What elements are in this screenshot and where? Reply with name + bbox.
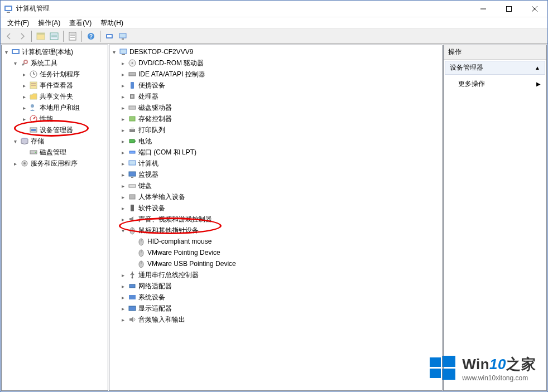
tree-disk-mgmt[interactable]: 磁盘管理 [2, 147, 108, 158]
chevron-right-icon[interactable]: ▸ [118, 304, 127, 313]
menu-help[interactable]: 帮助(H) [96, 17, 128, 29]
collapse-icon[interactable]: ▲ [535, 65, 540, 71]
chevron-right-icon[interactable]: ▸ [118, 114, 127, 123]
chevron-right-icon[interactable]: ▸ [20, 81, 28, 90]
window-title: 计算机管理 [16, 4, 470, 13]
chevron-down-icon[interactable]: ▾ [11, 137, 20, 146]
view-small-button[interactable] [48, 30, 60, 42]
chevron-right-icon[interactable]: ▸ [118, 204, 127, 212]
device-sound[interactable]: ▸声音、视频和游戏控制器 [109, 214, 442, 225]
chevron-down-icon[interactable]: ▾ [11, 59, 20, 67]
device-keyboard[interactable]: ▸键盘 [109, 180, 442, 191]
device-mouse-vmware1[interactable]: VMware Pointing Device [109, 247, 442, 258]
device-mouse-hid[interactable]: HID-compliant mouse [109, 236, 442, 247]
node-label: 系统工具 [31, 59, 57, 67]
device-portable[interactable]: ▸便携设备 [109, 80, 442, 91]
chevron-right-icon[interactable]: ▸ [118, 170, 127, 179]
actions-more[interactable]: 更多操作 ▶ [445, 77, 545, 91]
properties-button[interactable] [66, 30, 79, 42]
close-button[interactable] [522, 1, 547, 17]
device-storage-ctrl[interactable]: ▸存储控制器 [109, 113, 442, 124]
chevron-right-icon[interactable]: ▸ [118, 192, 127, 201]
tree-services-apps[interactable]: ▸ 服务和应用程序 [2, 158, 108, 169]
chevron-right-icon[interactable]: ▸ [118, 282, 127, 291]
chevron-right-icon[interactable]: ▸ [118, 137, 127, 146]
chevron-right-icon[interactable]: ▸ [118, 270, 127, 279]
device-processor[interactable]: ▸处理器 [109, 91, 442, 102]
node-label: 共享文件夹 [40, 92, 73, 101]
device-mouse[interactable]: ▾鼠标和其他指针设备 [109, 225, 442, 236]
node-label: DVD/CD-ROM 驱动器 [138, 59, 204, 67]
chevron-right-icon[interactable]: ▸ [118, 92, 127, 101]
tree-local-users[interactable]: ▸ 本地用户和组 [2, 102, 108, 113]
svg-rect-52 [129, 139, 134, 143]
maximize-button[interactable] [496, 1, 522, 17]
chevron-right-icon[interactable]: ▸ [20, 103, 28, 112]
chevron-right-icon[interactable]: ▸ [118, 81, 127, 90]
device-print-queue[interactable]: ▸打印队列 [109, 124, 442, 135]
device-computer[interactable]: ▸计算机 [109, 158, 442, 169]
scan-hardware-button[interactable] [103, 30, 116, 42]
menu-action[interactable]: 操作(A) [33, 17, 65, 29]
chevron-right-icon[interactable]: ▸ [118, 315, 127, 324]
tree-root-computer-mgmt[interactable]: ▾ 计算机管理(本地) [2, 46, 108, 57]
device-ports[interactable]: ▸端口 (COM 和 LPT) [109, 147, 442, 158]
chevron-right-icon[interactable]: ▸ [118, 148, 127, 157]
device-ide[interactable]: ▸IDE ATA/ATAPI 控制器 [109, 69, 442, 80]
device-system[interactable]: ▸系统设备 [109, 292, 442, 303]
chevron-right-icon[interactable]: ▸ [118, 125, 127, 134]
device-audio-io[interactable]: ▸音频输入和输出 [109, 314, 442, 325]
svg-rect-40 [120, 49, 127, 54]
tree-storage[interactable]: ▾ 存储 [2, 135, 108, 147]
device-battery[interactable]: ▸电池 [109, 135, 442, 147]
tree-device-manager[interactable]: 设备管理器 [2, 124, 108, 135]
tree-system-tools[interactable]: ▾ 系统工具 [2, 57, 108, 69]
storage-ctrl-icon [128, 114, 137, 123]
device-disk-drives[interactable]: ▸磁盘驱动器 [109, 102, 442, 113]
chevron-right-icon[interactable]: ▸ [118, 103, 127, 112]
device-tree-panel[interactable]: ▾ DESKTOP-CF2VVV9 ▸DVD/CD-ROM 驱动器 ▸IDE A… [109, 45, 443, 391]
chevron-right-icon[interactable]: ▸ [118, 59, 127, 67]
chevron-right-icon[interactable]: ▸ [20, 70, 28, 79]
menu-file[interactable]: 文件(F) [3, 17, 33, 29]
help-button[interactable]: ? [85, 30, 97, 42]
monitor-icon [128, 170, 137, 179]
device-network[interactable]: ▸网络适配器 [109, 280, 442, 292]
actions-header: 操作 [444, 45, 546, 60]
chevron-right-icon[interactable]: ▸ [118, 215, 127, 224]
chevron-down-icon[interactable]: ▾ [109, 47, 118, 56]
device-usb[interactable]: ▸通用串行总线控制器 [109, 269, 442, 280]
device-mouse-vmware2[interactable]: VMware USB Pointing Device [109, 258, 442, 269]
show-hide-tree-button[interactable] [35, 30, 47, 42]
tree-shared-folders[interactable]: ▸ 共享文件夹 [2, 91, 108, 102]
chevron-right-icon[interactable]: ▸ [118, 181, 127, 190]
tree-task-scheduler[interactable]: ▸ 任务计划程序 [2, 69, 108, 80]
monitor-icon[interactable] [117, 30, 129, 42]
device-display[interactable]: ▸显示适配器 [109, 303, 442, 314]
left-tree-panel[interactable]: ▾ 计算机管理(本地) ▾ 系统工具 ▸ 任务计划程序 ▸ 事件查看器 ▸ [1, 45, 108, 391]
mouse-icon [137, 237, 146, 246]
chevron-right-icon[interactable]: ▸ [118, 293, 127, 302]
audio-io-icon [128, 315, 137, 324]
device-root[interactable]: ▾ DESKTOP-CF2VVV9 [109, 46, 442, 57]
chevron-right-icon[interactable]: ▸ [20, 114, 28, 123]
forward-button[interactable] [16, 30, 28, 42]
menu-view[interactable]: 查看(V) [65, 17, 96, 29]
chevron-down-icon[interactable]: ▾ [2, 47, 11, 56]
chevron-right-icon[interactable]: ▸ [11, 159, 20, 168]
device-monitors[interactable]: ▸监视器 [109, 169, 442, 180]
device-dvd[interactable]: ▸DVD/CD-ROM 驱动器 [109, 57, 442, 69]
chevron-right-icon[interactable]: ▸ [118, 70, 127, 79]
chevron-right-icon[interactable]: ▸ [20, 92, 28, 101]
device-hid[interactable]: ▸人体学输入设备 [109, 191, 442, 202]
chevron-right-icon[interactable]: ▸ [118, 159, 127, 168]
tree-event-viewer[interactable]: ▸ 事件查看器 [2, 80, 108, 91]
device-software[interactable]: ▸软件设备 [109, 202, 442, 214]
minimize-button[interactable] [470, 1, 496, 17]
ide-icon [128, 70, 137, 79]
svg-rect-59 [129, 195, 135, 199]
actions-section-device-manager[interactable]: 设备管理器 ▲ [445, 61, 545, 75]
tree-performance[interactable]: ▸ 性能 [2, 113, 108, 124]
chevron-down-icon[interactable]: ▾ [118, 226, 127, 235]
back-button[interactable] [3, 30, 15, 42]
